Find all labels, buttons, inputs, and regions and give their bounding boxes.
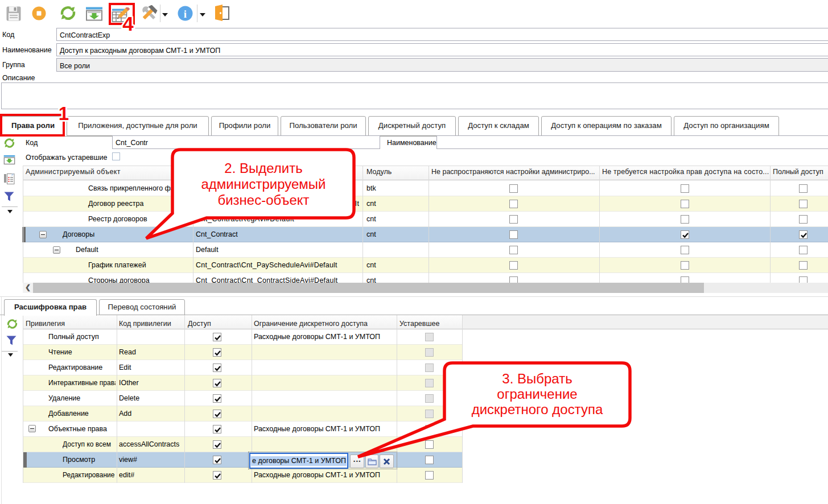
svg-text:i: i: [184, 8, 187, 20]
svg-text:1: 1: [59, 103, 69, 124]
svg-text:4: 4: [122, 13, 134, 34]
